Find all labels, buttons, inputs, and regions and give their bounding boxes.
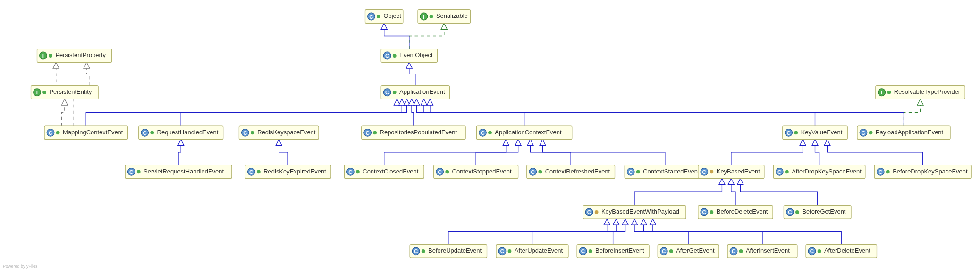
svg-marker-11 xyxy=(61,99,68,105)
node-AfterDropKeySpaceEvent[interactable]: CAfterDropKeySpaceEvent xyxy=(773,165,865,179)
svg-text:C: C xyxy=(481,130,485,136)
node-AfterGetEvent[interactable]: CAfterGetEvent xyxy=(658,245,719,258)
node-KeyValueEvent[interactable]: CKeyValueEvent xyxy=(783,126,847,140)
node-label: ContextStartedEvent xyxy=(643,168,700,175)
node-KeyBasedEvent[interactable]: CKeyBasedEvent xyxy=(698,165,764,179)
node-label: ContextClosedEvent xyxy=(363,168,418,175)
node-label: BeforeDropKeySpaceEvent xyxy=(893,168,968,175)
svg-text:C: C xyxy=(879,169,883,175)
visibility-icon xyxy=(393,54,397,58)
node-label: ContextRefreshedEvent xyxy=(545,168,610,175)
node-label: EventObject xyxy=(399,51,433,58)
edge xyxy=(412,105,414,126)
node-AfterInsertEvent[interactable]: CAfterInsertEvent xyxy=(727,245,797,258)
node-KeyBasedEventWithPayload[interactable]: CKeyBasedEventWithPayload xyxy=(583,206,686,219)
node-label: AfterInsertEvent xyxy=(746,247,790,254)
visibility-icon xyxy=(445,170,449,173)
svg-text:C: C xyxy=(702,209,707,215)
node-label: RedisKeyspaceEvent xyxy=(257,129,316,136)
node-ContextRefreshedEvent[interactable]: CContextRefreshedEvent xyxy=(527,165,615,179)
svg-marker-14 xyxy=(178,140,184,146)
node-BeforeGetEvent[interactable]: CBeforeGetEvent xyxy=(784,206,851,219)
node-RedisKeyExpiredEvent[interactable]: CRedisKeyExpiredEvent xyxy=(245,165,331,179)
svg-text:C: C xyxy=(365,130,370,136)
node-ContextClosedEvent[interactable]: CContextClosedEvent xyxy=(344,165,424,179)
visibility-icon xyxy=(794,131,798,134)
svg-marker-31 xyxy=(650,219,656,225)
edge xyxy=(279,146,288,165)
node-label: MappingContextEvent xyxy=(63,129,123,136)
edge xyxy=(178,146,181,165)
visibility-icon xyxy=(887,91,891,94)
visibility-icon xyxy=(669,249,673,253)
svg-text:C: C xyxy=(143,130,147,136)
svg-text:C: C xyxy=(862,130,866,136)
visibility-icon xyxy=(508,249,512,253)
node-BeforeInsertEvent[interactable]: CBeforeInsertEvent xyxy=(577,245,649,258)
node-Object[interactable]: CObject xyxy=(365,10,403,24)
svg-text:C: C xyxy=(49,130,53,136)
visibility-icon xyxy=(886,170,890,173)
node-ApplicationContextEvent[interactable]: CApplicationContextEvent xyxy=(476,126,572,140)
node-Serializable[interactable]: ISerializable xyxy=(418,10,471,24)
edge xyxy=(86,105,397,126)
edge xyxy=(613,225,625,244)
node-RepositoriesPopulatedEvent[interactable]: CRepositoriesPopulatedEvent xyxy=(362,126,465,140)
node-RequestHandledEvent[interactable]: CRequestHandledEvent xyxy=(139,126,223,140)
node-label: KeyBasedEvent xyxy=(717,168,760,175)
svg-marker-20 xyxy=(800,140,806,146)
edge xyxy=(740,185,817,206)
node-BeforeDeleteEvent[interactable]: CBeforeDeleteEvent xyxy=(698,206,773,219)
node-EventObject[interactable]: CEventObject xyxy=(381,49,437,63)
svg-marker-7 xyxy=(414,99,420,105)
edge xyxy=(416,105,524,126)
node-PayloadApplicationEvent[interactable]: CPayloadApplicationEvent xyxy=(857,126,950,140)
visibility-icon xyxy=(589,249,592,253)
svg-marker-21 xyxy=(812,140,818,146)
node-MappingContextEvent[interactable]: CMappingContextEvent xyxy=(44,126,127,140)
svg-marker-8 xyxy=(421,99,427,105)
node-PersistentProperty[interactable]: IPersistentProperty xyxy=(37,49,111,63)
node-PersistentEntity[interactable]: IPersistentEntity xyxy=(31,86,99,99)
visibility-icon xyxy=(257,170,261,173)
node-label: ServletRequestHandledEvent xyxy=(144,168,224,175)
svg-marker-2 xyxy=(406,62,412,68)
visibility-icon xyxy=(393,91,397,94)
visibility-icon xyxy=(150,131,154,134)
svg-text:C: C xyxy=(385,89,389,95)
node-ServletRequestHandledEvent[interactable]: CServletRequestHandledEvent xyxy=(125,165,232,179)
node-ContextStoppedEvent[interactable]: CContextStoppedEvent xyxy=(434,165,518,179)
visibility-icon xyxy=(869,131,873,134)
node-AfterUpdateEvent[interactable]: CAfterUpdateEvent xyxy=(496,245,568,258)
svg-text:C: C xyxy=(810,248,814,254)
svg-marker-9 xyxy=(427,99,433,105)
node-BeforeUpdateEvent[interactable]: CBeforeUpdateEvent xyxy=(410,245,487,258)
svg-marker-28 xyxy=(622,219,628,225)
edge xyxy=(531,146,571,165)
edge xyxy=(279,105,407,126)
node-label: RepositoriesPopulatedEvent xyxy=(380,129,457,136)
node-RedisKeyspaceEvent[interactable]: CRedisKeyspaceEvent xyxy=(239,126,319,140)
edge xyxy=(653,225,841,244)
visibility-icon xyxy=(137,170,141,173)
node-ResolvableTypeProvider[interactable]: IResolvableTypeProvider xyxy=(876,86,965,99)
node-ContextStartedEvent[interactable]: CContextStartedEvent xyxy=(625,165,705,179)
node-label: AfterGetEvent xyxy=(676,247,715,254)
svg-marker-25 xyxy=(737,179,743,185)
visibility-icon xyxy=(795,210,799,214)
node-label: KeyValueEvent xyxy=(801,129,843,136)
powered-by-footer: Powered by yFiles xyxy=(3,264,38,269)
visibility-icon xyxy=(49,54,52,58)
node-BeforeDropKeySpaceEvent[interactable]: CBeforeDropKeySpaceEvent xyxy=(874,165,971,179)
visibility-icon xyxy=(373,131,377,134)
visibility-icon xyxy=(595,210,599,214)
node-label: AfterUpdateEvent xyxy=(515,247,563,254)
svg-marker-16 xyxy=(503,140,509,146)
node-label: KeyBasedEventWithPayload xyxy=(601,208,679,215)
node-ApplicationEvent[interactable]: CApplicationEvent xyxy=(381,86,449,99)
edge xyxy=(476,146,518,165)
svg-marker-18 xyxy=(527,140,533,146)
edge xyxy=(815,146,819,165)
node-AfterDeleteEvent[interactable]: CAfterDeleteEvent xyxy=(806,245,877,258)
svg-text:C: C xyxy=(249,169,253,175)
